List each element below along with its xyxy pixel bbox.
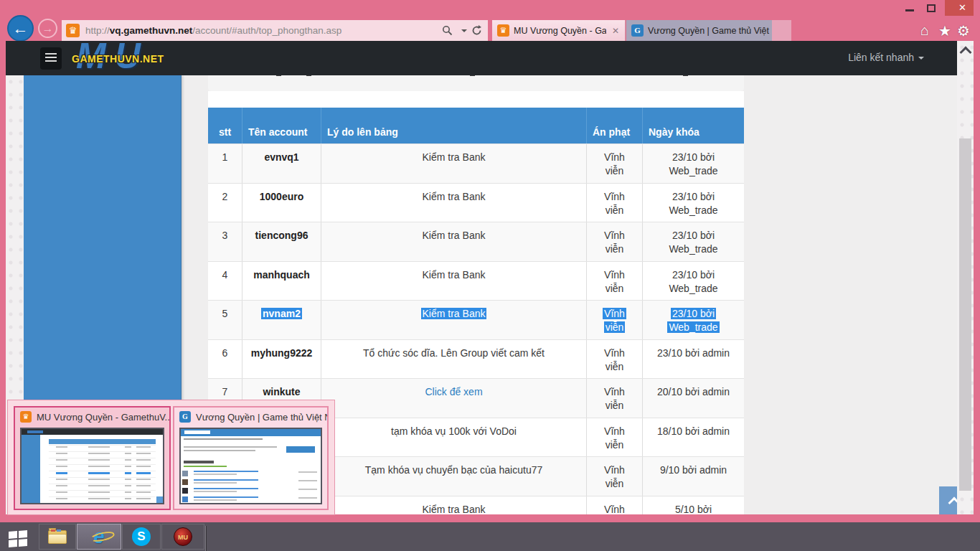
skype-icon: S [132, 527, 151, 546]
mu-game-icon: MU [174, 527, 192, 546]
home-icon[interactable]: ⌂ [920, 22, 929, 39]
stacked-windows-indicator [205, 526, 207, 551]
panel-body-top [208, 91, 744, 108]
minimize-button[interactable] [905, 9, 914, 11]
new-tab-button[interactable] [772, 20, 791, 41]
search-icon[interactable] [442, 25, 453, 36]
header-lock-date: Ngày khóa [642, 108, 744, 143]
scrollbar-thumb[interactable] [959, 138, 971, 491]
preview-card-active-tab[interactable]: ♛ MU Vương Quyền - GamethuV... [14, 406, 171, 510]
tab1-title: MU Vương Quyền - Gamet... [514, 26, 606, 36]
preview1-crown-icon: ♛ [20, 411, 32, 423]
panel-heading-clipped [208, 75, 744, 91]
site-navbar: MU GAMETHUVN.NET Liên kết nhanh [6, 41, 957, 75]
taskbar: e S MU ▲ ENG 8:54 PM 23/10/2015 [0, 522, 980, 551]
header-reason: Lý do lên bảng [321, 108, 586, 143]
table-row: 2 1000euro Kiểm tra Bank Vĩnhviễn 23/10 … [208, 183, 744, 222]
screen: ✕ ← → ♛ http://vq.gamethuvn.net/account/… [0, 0, 980, 551]
logo-domain-text: GAMETHUVN.NET [72, 53, 164, 65]
taskbar-internet-explorer[interactable]: e [77, 524, 121, 550]
preview1-thumbnail[interactable] [20, 428, 164, 504]
taskbar-mu-game[interactable]: MU [161, 524, 204, 550]
table-row: 1 evnvq1 Kiểm tra Bank Vĩnhviễn 23/10 bở… [208, 143, 744, 183]
table-row: 3 tiencong96 Kiểm tra Bank Vĩnhviễn 23/1… [208, 222, 744, 261]
header-punishment: Án phạt [586, 108, 642, 143]
taskbar-file-explorer[interactable] [39, 524, 76, 550]
back-button[interactable]: ← [7, 15, 34, 42]
click-to-view-link[interactable]: Click để xem [425, 386, 482, 397]
tab1-close-icon[interactable]: ✕ [606, 26, 625, 36]
refresh-icon[interactable] [471, 25, 482, 36]
maximize-button[interactable] [927, 4, 936, 12]
chevron-down-icon [918, 57, 924, 60]
settings-gear-icon[interactable]: ⚙ [957, 22, 970, 39]
forward-button[interactable]: → [38, 19, 57, 38]
taskbar-skype[interactable]: S [122, 524, 161, 550]
preview-card-forum-tab[interactable]: G Vương Quyền | Game thủ Việt N... [173, 406, 329, 510]
url-text: http://vq.gamethuvn.net/account/#auth/to… [85, 25, 442, 36]
browser-window: ✕ ← → ♛ http://vq.gamethuvn.net/account/… [0, 0, 980, 522]
start-button[interactable] [9, 530, 27, 547]
quick-links-menu[interactable]: Liên kết nhanh [848, 52, 924, 63]
header-account: Tên account [242, 108, 321, 143]
back-icon: ← [13, 19, 29, 37]
forward-icon: → [42, 22, 54, 34]
favorites-star-icon[interactable]: ★ [938, 22, 951, 39]
tab-mu-vuong-quyen[interactable]: ♛ MU Vương Quyền - Gamet... ✕ [492, 20, 626, 41]
header-stt: stt [208, 108, 242, 143]
table-row: 4 manhquach Kiểm tra Bank Vĩnhviễn 23/10… [208, 261, 744, 301]
table-row-selected: 5 nvnam2 Kiểm tra Bank Vĩnhviễn 23/10 bở… [208, 300, 744, 339]
tab-vuong-quyen-forum[interactable]: G Vương Quyền | Game thủ Việt ... [626, 20, 772, 41]
chevron-up-icon [948, 497, 957, 509]
tab2-title: Vương Quyền | Game thủ Việt ... [648, 26, 772, 36]
preview1-title: MU Vương Quyền - GamethuV... [37, 412, 169, 423]
hamburger-menu-button[interactable] [40, 47, 62, 70]
search-dropdown-icon[interactable] [461, 29, 467, 32]
table-header-row: stt Tên account Lý do lên bảng Án phạt N… [208, 108, 744, 143]
preview2-thumbnail[interactable] [179, 428, 322, 504]
ie-tab-preview-popup: ♛ MU Vương Quyền - GamethuV... G Vương [7, 400, 335, 515]
scroll-to-top-button[interactable] [939, 486, 957, 514]
tab1-favicon-crown-icon: ♛ [497, 24, 509, 37]
internet-explorer-icon: e [93, 526, 104, 548]
window-border-right [974, 0, 980, 522]
vertical-scrollbar[interactable] [957, 41, 974, 514]
window-border-left [0, 0, 6, 522]
preview2-g-icon: G [179, 411, 191, 423]
preview2-title: Vương Quyền | Game thủ Việt N... [196, 412, 327, 423]
window-border-bottom [0, 514, 980, 522]
file-explorer-icon [48, 530, 67, 544]
tab2-favicon-g-icon: G [631, 24, 644, 37]
site-logo[interactable]: MU GAMETHUVN.NET [72, 41, 208, 75]
table-row: 6 myhung9222 Tổ chức sóc dĩa. Lên Group … [208, 339, 744, 379]
